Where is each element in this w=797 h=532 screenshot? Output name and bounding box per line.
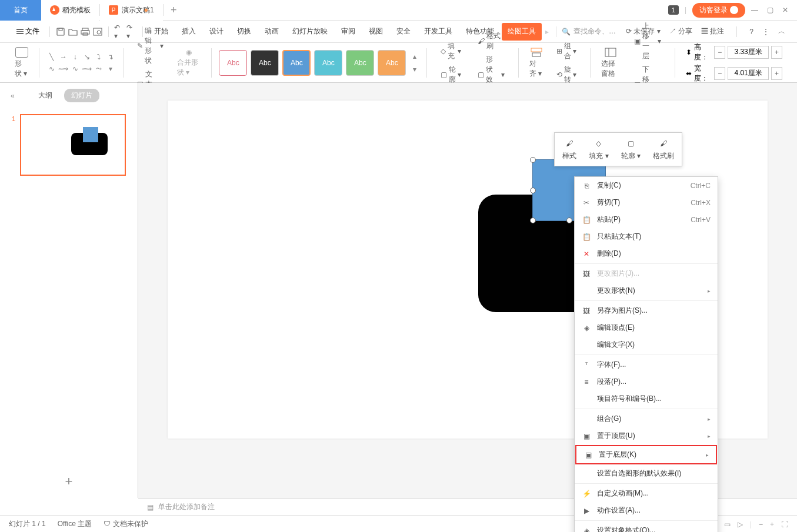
height-input[interactable] xyxy=(728,46,769,59)
open-icon[interactable] xyxy=(68,23,78,41)
slides-tab[interactable]: 幻灯片 xyxy=(64,89,99,102)
context-menu: ⎘复制(C)Ctrl+C ✂剪切(T)Ctrl+X 📋粘贴(P)Ctrl+V 📋… xyxy=(574,176,718,532)
slide-thumbnail-1[interactable] xyxy=(20,114,126,176)
menu-insert[interactable]: 插入 xyxy=(176,23,202,41)
ribbon-toolbar: 形状 ▾ ╲→↓↘⤵↴ ∿⟿∿⟿⤳▾ ✎ 编辑形状 ▾ ☐ 文本框 ▾ ◉合并形… xyxy=(0,43,797,83)
menu-devtools[interactable]: 开发工具 xyxy=(418,23,458,41)
file-menu[interactable]: 文件 xyxy=(12,26,44,36)
ctx-font[interactable]: ᵀ字体(F)... xyxy=(575,356,718,373)
ctx-delete[interactable]: ✕删除(D) xyxy=(575,245,718,262)
ctx-action-settings[interactable]: ▶动作设置(A)... xyxy=(575,502,718,519)
add-slide-button[interactable]: + xyxy=(0,465,138,498)
selection-pane-button[interactable]: 选择窗格 xyxy=(601,47,621,79)
preview-icon[interactable] xyxy=(92,23,103,41)
ctx-paste-text[interactable]: 📋只粘贴文本(T) xyxy=(575,228,718,245)
close-button[interactable]: ✕ xyxy=(782,6,788,14)
format-painter-button[interactable]: 🖌 格式刷 xyxy=(475,30,508,52)
menu-transition[interactable]: 切换 xyxy=(231,23,257,41)
tab-doke-templates[interactable]: 稻壳模板 xyxy=(41,0,99,21)
gallery-up[interactable]: ▴ xyxy=(413,52,416,61)
notification-badge[interactable]: 1 xyxy=(668,5,679,15)
protection-status[interactable]: 🛡 文档未保护 xyxy=(104,519,148,529)
bring-forward-button[interactable]: ▣ 上移一层 ▾ xyxy=(631,20,664,62)
menu-animation[interactable]: 动画 xyxy=(259,23,285,41)
style-preset-4[interactable]: Abc xyxy=(314,50,342,76)
style-preset-5[interactable]: Abc xyxy=(346,50,374,76)
ctx-edit-text[interactable]: 编辑文字(X) xyxy=(575,336,718,353)
ctx-set-default[interactable]: 设置自选图形的默认效果(I) xyxy=(575,465,718,482)
ctx-format-object[interactable]: ◈设置对象格式(O)... xyxy=(575,522,718,532)
ctx-send-back[interactable]: ▣置于底层(K)▸ xyxy=(575,445,717,464)
style-preset-1[interactable]: Abc xyxy=(219,50,247,76)
paste-icon: 📋 xyxy=(582,215,591,225)
width-increase[interactable]: + xyxy=(771,67,782,80)
save-icon[interactable] xyxy=(55,23,66,41)
menu-view[interactable]: 视图 xyxy=(363,23,389,41)
maximize-button[interactable]: ▢ xyxy=(767,6,773,14)
ctx-edit-points[interactable]: ◈编辑顶点(E) xyxy=(575,319,718,336)
resize-sw[interactable] xyxy=(530,218,536,223)
view-reading[interactable]: ▭ xyxy=(724,520,731,528)
float-outline[interactable]: ▢轮廓 ▾ xyxy=(616,136,645,163)
style-preset-2[interactable]: Abc xyxy=(251,50,279,76)
collapse-sidebar[interactable]: « xyxy=(11,92,15,100)
ctx-cut[interactable]: ✂剪切(T)Ctrl+X xyxy=(575,194,718,211)
outline-button[interactable]: ▢ 轮廓 ▾ xyxy=(438,63,464,86)
share-button[interactable]: ↗ 分享 xyxy=(669,26,692,36)
menu-review[interactable]: 审阅 xyxy=(335,23,361,41)
print-icon[interactable] xyxy=(80,23,91,41)
ctx-paste[interactable]: 📋粘贴(P)Ctrl+V xyxy=(575,211,718,228)
ctx-save-as-image[interactable]: 🖼另存为图片(S)... xyxy=(575,302,718,319)
merge-shapes-button[interactable]: ◉合并形状 ▾ xyxy=(177,48,201,78)
align-button[interactable]: 对齐 ▾ xyxy=(529,47,543,79)
rotate-button[interactable]: ⟲ 旋转 ▾ xyxy=(553,63,579,86)
fill-button[interactable]: ◇ 填充 ▾ xyxy=(438,40,464,62)
float-fill[interactable]: ◇填充 ▾ xyxy=(584,136,613,163)
ctx-paragraph[interactable]: ≡段落(P)... xyxy=(575,373,718,390)
edit-shape-button[interactable]: ✎ 编辑形状 ▾ xyxy=(134,25,166,67)
resize-s[interactable] xyxy=(566,218,572,223)
search-icon: 🔍 xyxy=(562,28,571,36)
float-style[interactable]: 🖌样式 xyxy=(558,136,581,163)
tab-home[interactable]: 首页 xyxy=(0,0,41,21)
style-preset-6[interactable]: Abc xyxy=(378,50,406,76)
width-input[interactable] xyxy=(728,67,769,80)
outline-tab[interactable]: 大纲 xyxy=(38,91,52,101)
connector-gallery[interactable]: ╲→↓↘⤵↴ ∿⟿∿⟿⤳▾ xyxy=(47,52,115,73)
ctx-copy[interactable]: ⎘复制(C)Ctrl+C xyxy=(575,177,718,194)
float-painter[interactable]: 🖌格式刷 xyxy=(648,136,679,163)
menu-security[interactable]: 安全 xyxy=(391,23,416,41)
resize-w[interactable] xyxy=(530,188,536,193)
tab-presentation[interactable]: P演示文稿1• xyxy=(100,0,163,21)
guest-login-button[interactable]: 访客登录 xyxy=(692,3,745,18)
shape-style-gallery[interactable]: Abc Abc Abc Abc Abc Abc xyxy=(219,50,406,76)
ctx-change-shape[interactable]: 更改形状(N)▸ xyxy=(575,282,718,299)
command-search[interactable]: 🔍查找命令、… xyxy=(562,26,616,36)
resize-nw[interactable] xyxy=(530,157,536,163)
minimize-button[interactable]: — xyxy=(751,6,758,14)
undo-icon[interactable]: ↶ ▾ xyxy=(114,23,125,41)
gallery-down[interactable]: ▾ xyxy=(413,65,416,73)
more-button[interactable]: ⋮ xyxy=(762,28,769,36)
fit-window[interactable]: ⛶ xyxy=(781,520,788,528)
ctx-group[interactable]: 组合(G)▸ xyxy=(575,410,718,427)
height-increase[interactable]: + xyxy=(771,46,782,59)
help-button[interactable]: ? xyxy=(749,28,753,36)
width-decrease[interactable]: − xyxy=(714,67,725,80)
zoom-in[interactable]: + xyxy=(770,520,774,528)
group-button[interactable]: ⊞ 组合 ▾ xyxy=(553,40,579,62)
collapse-ribbon[interactable]: ︿ xyxy=(778,26,785,36)
view-slideshow[interactable]: ▷ xyxy=(738,520,743,528)
ctx-custom-animation[interactable]: ⚡自定义动画(M)... xyxy=(575,485,718,502)
menu-slideshow[interactable]: 幻灯片放映 xyxy=(286,23,334,41)
ctx-bring-front[interactable]: ▣置于顶层(U)▸ xyxy=(575,427,718,444)
comment-button[interactable]: ☰ 批注 xyxy=(701,26,724,36)
menu-design[interactable]: 设计 xyxy=(204,23,229,41)
ctx-bullets[interactable]: 项目符号和编号(B)... xyxy=(575,390,718,407)
height-decrease[interactable]: − xyxy=(714,46,725,59)
zoom-out[interactable]: − xyxy=(759,520,763,528)
new-tab-button[interactable]: + xyxy=(164,4,184,16)
style-preset-3[interactable]: Abc xyxy=(282,50,311,76)
bucket-icon: ◇ xyxy=(593,138,605,149)
shapes-dropdown[interactable]: 形状 ▾ xyxy=(15,47,28,79)
